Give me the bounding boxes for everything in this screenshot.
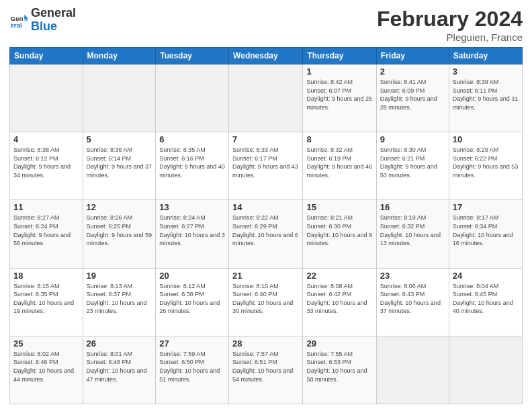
calendar-page: Gen eral General Blue February 2024 Pleg… — [0, 0, 532, 411]
day-number: 17 — [453, 202, 519, 212]
calendar-table: SundayMondayTuesdayWednesdayThursdayFrid… — [9, 47, 523, 404]
day-number: 1 — [306, 66, 372, 77]
calendar-cell: 27Sunrise: 7:59 AM Sunset: 6:50 PM Dayli… — [156, 336, 229, 404]
day-number: 14 — [232, 202, 299, 212]
calendar-cell: 28Sunrise: 7:57 AM Sunset: 6:51 PM Dayli… — [229, 336, 303, 404]
day-info: Sunrise: 8:17 AM Sunset: 6:34 PM Dayligh… — [453, 214, 519, 247]
day-number: 13 — [159, 202, 225, 212]
title-section: February 2024 Pleguien, France — [377, 7, 523, 43]
day-number: 16 — [380, 202, 445, 212]
day-number: 22 — [306, 271, 372, 281]
calendar-cell: 23Sunrise: 8:06 AM Sunset: 6:43 PM Dayli… — [376, 268, 449, 336]
calendar-cell: 16Sunrise: 8:19 AM Sunset: 6:32 PM Dayli… — [376, 200, 449, 268]
calendar-body: 1Sunrise: 8:42 AM Sunset: 6:07 PM Daylig… — [10, 64, 523, 404]
day-info: Sunrise: 8:13 AM Sunset: 6:37 PM Dayligh… — [87, 282, 152, 316]
day-info: Sunrise: 8:19 AM Sunset: 6:32 PM Dayligh… — [380, 214, 445, 247]
day-number: 4 — [13, 134, 79, 144]
calendar-cell: 25Sunrise: 8:02 AM Sunset: 6:46 PM Dayli… — [10, 336, 83, 404]
day-info: Sunrise: 8:04 AM Sunset: 6:45 PM Dayligh… — [453, 282, 519, 316]
calendar-cell: 19Sunrise: 8:13 AM Sunset: 6:37 PM Dayli… — [83, 268, 156, 336]
header: Gen eral General Blue February 2024 Pleg… — [9, 7, 523, 43]
day-number: 10 — [453, 134, 519, 144]
calendar-cell: 11Sunrise: 8:27 AM Sunset: 6:24 PM Dayli… — [10, 200, 83, 268]
calendar-cell — [376, 336, 449, 404]
calendar-cell — [10, 64, 83, 132]
day-number: 2 — [380, 66, 445, 77]
day-number: 25 — [13, 338, 79, 349]
calendar-week-3: 11Sunrise: 8:27 AM Sunset: 6:24 PM Dayli… — [10, 200, 523, 268]
logo: Gen eral General Blue — [9, 7, 76, 34]
day-number: 18 — [13, 271, 79, 281]
calendar-week-5: 25Sunrise: 8:02 AM Sunset: 6:46 PM Dayli… — [10, 336, 523, 404]
day-number: 15 — [306, 202, 372, 212]
day-info: Sunrise: 8:36 AM Sunset: 6:14 PM Dayligh… — [87, 146, 152, 179]
calendar-cell: 18Sunrise: 8:15 AM Sunset: 6:35 PM Dayli… — [10, 268, 83, 336]
calendar-cell — [449, 336, 522, 404]
day-info: Sunrise: 8:29 AM Sunset: 6:22 PM Dayligh… — [453, 146, 519, 179]
day-info: Sunrise: 8:42 AM Sunset: 6:07 PM Dayligh… — [306, 78, 372, 111]
svg-text:eral: eral — [10, 21, 22, 29]
location: Pleguien, France — [377, 32, 523, 43]
calendar-cell: 9Sunrise: 8:30 AM Sunset: 6:21 PM Daylig… — [376, 132, 449, 200]
calendar-cell: 5Sunrise: 8:36 AM Sunset: 6:14 PM Daylig… — [83, 132, 156, 200]
calendar-cell: 6Sunrise: 8:35 AM Sunset: 6:16 PM Daylig… — [156, 132, 229, 200]
day-info: Sunrise: 8:26 AM Sunset: 6:25 PM Dayligh… — [87, 214, 152, 247]
day-info: Sunrise: 7:57 AM Sunset: 6:51 PM Dayligh… — [232, 350, 299, 383]
day-number: 23 — [380, 271, 445, 281]
day-info: Sunrise: 8:01 AM Sunset: 6:48 PM Dayligh… — [87, 350, 152, 383]
logo-text: General Blue — [31, 7, 76, 34]
calendar-cell: 2Sunrise: 8:41 AM Sunset: 6:09 PM Daylig… — [376, 64, 449, 132]
calendar-cell: 8Sunrise: 8:32 AM Sunset: 6:19 PM Daylig… — [303, 132, 376, 200]
calendar-cell: 21Sunrise: 8:10 AM Sunset: 6:40 PM Dayli… — [229, 268, 303, 336]
weekday-header-sunday: Sunday — [10, 48, 83, 64]
day-info: Sunrise: 8:41 AM Sunset: 6:09 PM Dayligh… — [380, 78, 445, 111]
day-info: Sunrise: 8:30 AM Sunset: 6:21 PM Dayligh… — [380, 146, 445, 179]
day-info: Sunrise: 8:08 AM Sunset: 6:42 PM Dayligh… — [306, 282, 372, 316]
day-number: 6 — [159, 134, 225, 144]
calendar-cell — [156, 64, 229, 132]
day-number: 11 — [13, 202, 79, 212]
day-number: 12 — [87, 202, 152, 212]
logo-icon: Gen eral — [9, 11, 28, 30]
calendar-cell: 14Sunrise: 8:22 AM Sunset: 6:29 PM Dayli… — [229, 200, 303, 268]
day-number: 5 — [87, 134, 152, 144]
calendar-cell: 7Sunrise: 8:33 AM Sunset: 6:17 PM Daylig… — [229, 132, 303, 200]
calendar-cell: 17Sunrise: 8:17 AM Sunset: 6:34 PM Dayli… — [449, 200, 522, 268]
day-info: Sunrise: 7:55 AM Sunset: 6:53 PM Dayligh… — [306, 350, 372, 383]
calendar-cell — [229, 64, 303, 132]
day-info: Sunrise: 8:35 AM Sunset: 6:16 PM Dayligh… — [159, 146, 225, 179]
month-year: February 2024 — [377, 7, 523, 32]
calendar-week-2: 4Sunrise: 8:38 AM Sunset: 6:12 PM Daylig… — [10, 132, 523, 200]
calendar-cell: 29Sunrise: 7:55 AM Sunset: 6:53 PM Dayli… — [303, 336, 376, 404]
day-info: Sunrise: 7:59 AM Sunset: 6:50 PM Dayligh… — [159, 350, 225, 383]
day-info: Sunrise: 8:39 AM Sunset: 6:11 PM Dayligh… — [453, 78, 519, 111]
day-info: Sunrise: 8:12 AM Sunset: 6:38 PM Dayligh… — [159, 282, 225, 316]
day-number: 29 — [306, 338, 372, 349]
day-info: Sunrise: 8:21 AM Sunset: 6:30 PM Dayligh… — [306, 214, 372, 247]
calendar-header: SundayMondayTuesdayWednesdayThursdayFrid… — [10, 48, 523, 64]
calendar-cell: 1Sunrise: 8:42 AM Sunset: 6:07 PM Daylig… — [303, 64, 376, 132]
day-info: Sunrise: 8:22 AM Sunset: 6:29 PM Dayligh… — [232, 214, 299, 247]
day-number: 21 — [232, 271, 299, 281]
calendar-cell: 20Sunrise: 8:12 AM Sunset: 6:38 PM Dayli… — [156, 268, 229, 336]
day-info: Sunrise: 8:15 AM Sunset: 6:35 PM Dayligh… — [13, 282, 79, 316]
calendar-week-4: 18Sunrise: 8:15 AM Sunset: 6:35 PM Dayli… — [10, 268, 523, 336]
day-info: Sunrise: 8:24 AM Sunset: 6:27 PM Dayligh… — [159, 214, 225, 247]
calendar-cell: 10Sunrise: 8:29 AM Sunset: 6:22 PM Dayli… — [449, 132, 522, 200]
weekday-header-thursday: Thursday — [303, 48, 376, 64]
day-number: 3 — [453, 66, 519, 77]
calendar-cell: 12Sunrise: 8:26 AM Sunset: 6:25 PM Dayli… — [83, 200, 156, 268]
day-number: 24 — [453, 271, 519, 281]
calendar-cell: 3Sunrise: 8:39 AM Sunset: 6:11 PM Daylig… — [449, 64, 522, 132]
calendar-cell: 4Sunrise: 8:38 AM Sunset: 6:12 PM Daylig… — [10, 132, 83, 200]
day-number: 8 — [306, 134, 372, 144]
calendar-cell: 15Sunrise: 8:21 AM Sunset: 6:30 PM Dayli… — [303, 200, 376, 268]
day-number: 19 — [87, 271, 152, 281]
day-info: Sunrise: 8:32 AM Sunset: 6:19 PM Dayligh… — [306, 146, 372, 179]
calendar-cell: 13Sunrise: 8:24 AM Sunset: 6:27 PM Dayli… — [156, 200, 229, 268]
day-number: 27 — [159, 338, 225, 349]
day-number: 9 — [380, 134, 445, 144]
day-info: Sunrise: 8:27 AM Sunset: 6:24 PM Dayligh… — [13, 214, 79, 247]
day-info: Sunrise: 8:38 AM Sunset: 6:12 PM Dayligh… — [13, 146, 79, 179]
day-info: Sunrise: 8:33 AM Sunset: 6:17 PM Dayligh… — [232, 146, 299, 179]
